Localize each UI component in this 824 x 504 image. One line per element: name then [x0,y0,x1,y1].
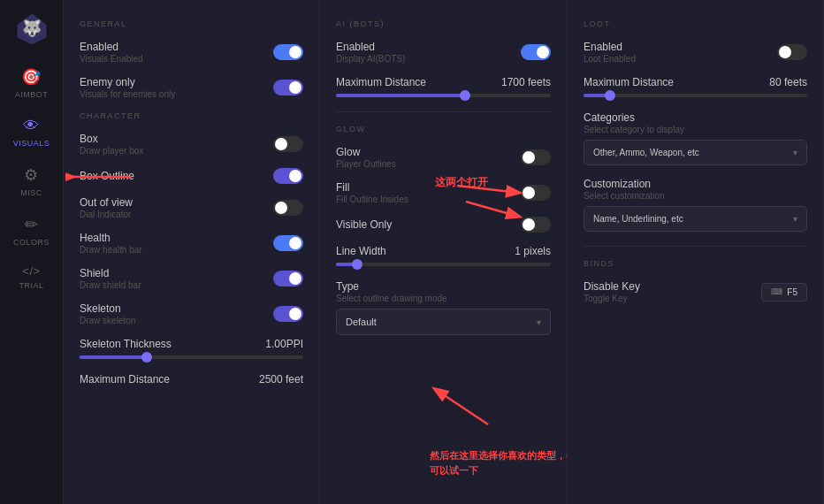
setting-visible-only: Visible Only [336,217,551,233]
separator-1 [336,111,551,112]
setting-ai-enabled: Enabled Display AI(BOTS) [336,41,551,64]
fill-sublabel: Fill Outline Insides [336,195,408,204]
health-label: Health [80,232,142,244]
ai-distance-track[interactable] [336,94,551,97]
visible-toggle[interactable] [521,217,551,233]
loot-max-distance-value: 80 feets [769,76,807,88]
customization-dropdown-value: Name, Underlining, etc [593,214,683,224]
setting-disable-key: Disable Key Toggle Key ⌨ F5 [584,280,807,303]
box-sublabel: Draw player box [80,146,143,156]
outofview-toggle[interactable] [273,200,303,216]
glow-toggle[interactable] [521,149,551,165]
skeleton-thickness-value: 1.00PPI [265,338,303,350]
enabled-label: Enabled [80,41,143,53]
setting-shield: Shield Draw shield bar [80,267,303,290]
trial-icon: </> [22,264,40,278]
setting-loot-enabled: Enabled Loot Enabled [584,41,807,64]
type-section: Type Select outline drawing mode Default… [336,280,551,335]
section-title-binds: BINDS [584,259,807,268]
sidebar-item-visuals[interactable]: 👁 VISUALS [0,108,63,157]
sidebar-item-label: COLORS [13,238,50,247]
disable-key-bind[interactable]: ⌨ F5 [761,283,807,302]
sidebar-item-label: MISC [20,188,42,197]
max-distance-slider-p1: Maximum Distance 2500 feet [80,373,303,386]
loot-distance-track[interactable] [584,94,807,97]
colors-icon: ✏ [25,215,39,234]
aimbot-icon: 🎯 [21,67,42,87]
sidebar-item-label: VISUALS [13,139,50,148]
sidebar-item-label: TRIAL [19,281,43,290]
categories-sublabel: Select category to display [584,125,807,134]
loot-max-distance-label: Maximum Distance [584,76,674,88]
ai-max-distance-label: Maximum Distance [336,76,426,88]
fill-toggle[interactable] [521,185,551,201]
loot-enabled-toggle[interactable] [777,44,807,60]
section-title-general: GENERAL [80,19,303,28]
ai-max-distance-slider: Maximum Distance 1700 feets [336,76,551,97]
line-width-slider: Line Width 1 pixels [336,245,551,266]
enabled-toggle[interactable] [273,44,303,60]
loot-max-distance: Maximum Distance 80 feets [584,76,807,97]
categories-dropdown[interactable]: Other, Ammo, Weapon, etc ▾ [584,140,807,165]
setting-box: Box Draw player box [80,133,303,156]
logo-icon: 🐺 [14,11,50,46]
disable-key-sublabel: Toggle Key [584,294,640,303]
chevron-down-icon-3: ▾ [793,214,797,224]
health-toggle[interactable] [273,235,303,251]
ai-max-distance-value: 1700 feets [501,76,551,88]
skeleton-thickness-label: Skeleton Thickness [80,338,172,350]
health-sublabel: Draw health bar [80,245,142,255]
sidebar-item-colors[interactable]: ✏ COLORS [0,206,63,256]
enabled-sublabel: Visuals Enabled [80,54,143,64]
misc-icon: ⚙ [24,165,39,185]
outofview-sublabel: Dial Indicator [80,210,133,219]
setting-enemy-only: Enemy only Visuals for enemies only [80,76,303,99]
sidebar-item-aimbot[interactable]: 🎯 AIMBOT [0,58,63,108]
line-width-track[interactable] [336,263,551,266]
setting-box-outline: Box Outline [80,168,303,184]
skeleton-toggle[interactable] [273,306,303,322]
line-width-value: 1 pixels [515,245,551,257]
type-dropdown[interactable]: Default ▾ [336,309,551,335]
setting-outofview: Out of view Dial Indicator [80,196,303,219]
line-width-label: Line Width [336,245,386,257]
enemy-toggle[interactable] [273,80,303,95]
section-title-ai: AI (BOTS) [336,19,551,28]
type-dropdown-value: Default [346,317,377,327]
loot-enabled-label: Enabled [584,41,636,53]
max-distance-label: Maximum Distance [80,373,170,386]
enemy-label: Enemy only [80,76,175,88]
setting-enabled: Enabled Visuals Enabled [80,41,303,64]
skeleton-thickness-track[interactable] [80,355,303,359]
setting-skeleton: Skeleton Draw skeleton [80,302,303,325]
sidebar: 🐺 🎯 AIMBOT 👁 VISUALS ⚙ MISC ✏ COLORS </>… [0,0,64,504]
categories-label: Categories [584,111,807,124]
sidebar-item-trial[interactable]: </> TRIAL [0,256,63,299]
ai-enabled-sublabel: Display AI(BOTS) [336,54,405,64]
categories-dropdown-value: Other, Ammo, Weapon, etc [593,148,699,157]
skeleton-thickness-slider: Skeleton Thickness 1.00PPI [80,338,303,359]
box-outline-label: Box Outline [80,170,134,182]
separator-2 [584,246,807,247]
chevron-down-icon: ▾ [537,317,541,327]
box-outline-toggle[interactable] [273,168,303,184]
box-toggle[interactable] [273,136,303,152]
loot-enabled-sublabel: Loot Enabled [584,54,636,64]
ai-enabled-toggle[interactable] [521,44,551,60]
panel-visuals: GENERAL Enabled Visuals Enabled Enemy on… [64,0,320,504]
shield-toggle[interactable] [273,271,303,286]
visuals-icon: 👁 [23,117,40,135]
categories-section: Categories Select category to display Ot… [584,111,807,165]
type-label: Type [336,280,551,293]
disable-key-label: Disable Key [584,280,640,293]
section-title-character: CHARACTER [80,111,303,120]
sidebar-item-misc[interactable]: ⚙ MISC [0,157,63,206]
panel-loot: LOOT Enabled Loot Enabled Maximum Distan… [568,0,824,504]
setting-glow: Glow Player Outlines [336,146,551,169]
keyboard-icon: ⌨ [771,287,782,296]
customization-dropdown[interactable]: Name, Underlining, etc ▾ [584,206,807,232]
customization-section: Customization Select customization Name,… [584,178,807,232]
panel-ai-bots: AI (BOTS) Enabled Display AI(BOTS) Maxim… [320,0,568,504]
customization-sublabel: Select customization [584,191,807,201]
svg-text:🐺: 🐺 [22,19,42,38]
